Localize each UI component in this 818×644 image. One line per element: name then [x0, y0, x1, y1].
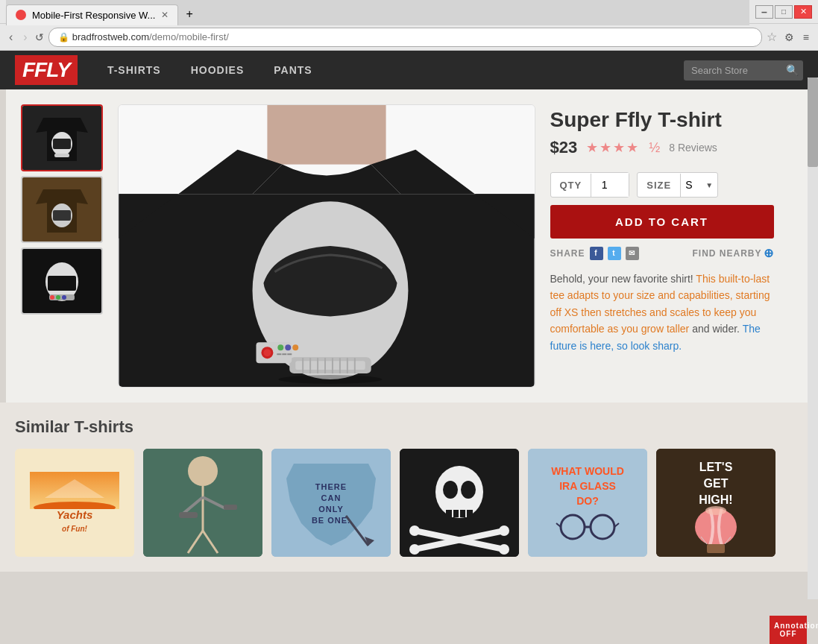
new-tab-button[interactable]: +	[178, 3, 200, 25]
search-input[interactable]	[684, 60, 803, 80]
svg-point-26	[263, 349, 271, 356]
description-highlight-orange: This built-to-last tee adapts to your si…	[550, 273, 770, 335]
menu-button[interactable]: ≡	[800, 30, 812, 45]
svg-rect-1	[53, 139, 71, 149]
thumbnail-1[interactable]	[21, 104, 103, 171]
find-nearby-plus-icon: ⊕	[764, 246, 774, 260]
site-logo[interactable]: FFLY	[15, 55, 78, 85]
similar-item-ira[interactable]: WHAT WOULD IRA GLASS DO?	[528, 449, 647, 557]
site-header: FFLY T-SHIRTS HOODIES PANTS 🔍	[0, 51, 818, 89]
share-row: SHARE f t ✉ FIND NEARBY ⊕	[550, 246, 774, 260]
svg-text:ONLY: ONLY	[318, 505, 344, 514]
product-stars: ★★★★	[586, 139, 640, 156]
add-to-cart-button[interactable]: ADD TO CART	[550, 205, 774, 239]
similar-item-map[interactable]: THERE CAN ONLY BE ONE.	[271, 449, 391, 557]
twitter-icon[interactable]: t	[608, 247, 621, 260]
nav-item-tshirts[interactable]: T-SHIRTS	[92, 52, 176, 88]
product-title: Super Ffly T-shirt	[550, 108, 774, 132]
email-icon[interactable]: ✉	[626, 247, 639, 260]
extensions-button[interactable]: ⚙	[781, 30, 797, 45]
size-box: SIZE XS S M L XL ▼	[637, 172, 718, 198]
product-price: $23	[550, 138, 578, 157]
back-button[interactable]: ‹	[6, 29, 16, 45]
svg-rect-32	[287, 353, 292, 355]
product-main-image	[118, 104, 535, 388]
find-nearby[interactable]: FIND NEARBY ⊕	[692, 246, 773, 260]
main-nav: T-SHIRTS HOODIES PANTS	[92, 52, 684, 88]
svg-text:BE ONE.: BE ONE.	[312, 516, 350, 525]
toolbar-right: ⚙ ≡	[781, 30, 812, 45]
svg-text:LET'S: LET'S	[699, 461, 733, 473]
size-select[interactable]: XS S M L XL	[681, 173, 717, 197]
svg-point-62	[409, 525, 420, 536]
tab-favicon	[16, 10, 26, 20]
svg-text:IRA GLASS: IRA GLASS	[559, 480, 616, 492]
thumbnail-2[interactable]	[21, 176, 103, 243]
facebook-icon[interactable]: f	[590, 247, 603, 260]
reload-button[interactable]: ↺	[35, 31, 44, 43]
address-bar: ‹ › ↺ 🔒 bradfrostweb.com/demo/mobile-fir…	[0, 24, 818, 51]
url-bar[interactable]: 🔒 bradfrostweb.com/demo/mobile-first/	[48, 28, 762, 47]
product-thumbnails	[21, 104, 103, 388]
browser-window: Mobile-First Responsive W... ✕ + – □ ✕ ‹…	[0, 0, 818, 51]
similar-grid: Yachtsof Fun!	[15, 449, 803, 557]
svg-rect-80	[707, 544, 725, 553]
svg-point-83	[705, 506, 726, 515]
similar-section-title: Similar T-shirts	[15, 417, 803, 437]
svg-rect-30	[277, 353, 281, 355]
svg-rect-44	[224, 505, 237, 510]
url-host: bradfrostweb.com	[72, 31, 149, 42]
close-button[interactable]: ✕	[794, 5, 812, 19]
tab-title: Mobile-First Responsive W...	[32, 10, 155, 21]
scrollbar-track[interactable]	[808, 78, 818, 572]
svg-point-55	[461, 481, 476, 499]
product-description: Behold, your new favorite shirt! This bu…	[550, 271, 774, 354]
svg-text:CAN: CAN	[321, 493, 342, 502]
url-text: bradfrostweb.com/demo/mobile-first/	[72, 31, 229, 42]
svg-point-27	[277, 344, 283, 350]
svg-point-29	[292, 344, 298, 350]
svg-rect-43	[179, 512, 198, 518]
svg-point-10	[62, 295, 66, 300]
similar-item-yachts[interactable]: Yachtsof Fun!	[15, 449, 134, 557]
qty-box: QTY	[550, 172, 630, 198]
browser-tab[interactable]: Mobile-First Responsive W... ✕	[6, 4, 178, 25]
forward-button[interactable]: ›	[20, 29, 30, 45]
svg-text:GET: GET	[704, 477, 729, 490]
window-controls: – □ ✕	[755, 5, 812, 19]
similar-item-letsgo[interactable]: LET'S GET HIGH!	[656, 449, 775, 557]
url-lock-icon: 🔒	[58, 32, 69, 42]
scrollbar-thumb[interactable]	[808, 78, 818, 167]
bookmark-button[interactable]: ☆	[767, 30, 777, 44]
nav-item-pants[interactable]: PANTS	[259, 52, 327, 88]
thumbnail-3[interactable]	[21, 247, 103, 315]
qty-size-row: QTY SIZE XS S M L XL ▼	[550, 172, 774, 198]
svg-text:WHAT WOULD: WHAT WOULD	[551, 465, 624, 477]
nav-item-hoodies[interactable]: HOODIES	[176, 52, 259, 88]
share-label: SHARE	[550, 248, 585, 259]
svg-text:DO?: DO?	[576, 495, 599, 507]
product-area: Super Ffly T-shirt $23 ★★★★½ 8 Reviews Q…	[6, 89, 813, 402]
svg-point-37	[188, 456, 218, 486]
svg-rect-31	[282, 353, 286, 355]
minimize-button[interactable]: –	[755, 5, 773, 19]
product-info: Super Ffly T-shirt $23 ★★★★½ 8 Reviews Q…	[550, 104, 774, 388]
maximize-button[interactable]: □	[775, 5, 793, 19]
svg-point-9	[56, 295, 60, 300]
find-nearby-label: FIND NEARBY	[692, 248, 761, 259]
qty-input[interactable]	[591, 173, 629, 197]
similar-item-robot[interactable]	[143, 449, 262, 557]
size-label: SIZE	[638, 174, 681, 197]
svg-rect-2	[54, 154, 69, 157]
tab-close-btn[interactable]: ✕	[161, 10, 169, 20]
svg-point-63	[499, 525, 509, 536]
search-icon[interactable]: 🔍	[786, 64, 799, 76]
page-content: FFLY T-SHIRTS HOODIES PANTS 🔍	[0, 51, 818, 572]
qty-label: QTY	[551, 174, 592, 197]
svg-rect-6	[48, 276, 76, 291]
share-section: SHARE f t ✉	[550, 247, 639, 260]
svg-point-28	[285, 344, 291, 350]
product-half-star: ½	[649, 140, 660, 156]
similar-item-skull[interactable]	[400, 449, 519, 557]
svg-text:THERE: THERE	[315, 482, 347, 491]
